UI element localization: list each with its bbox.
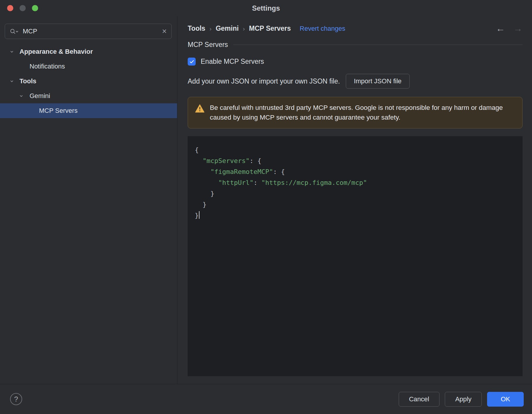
settings-search-box[interactable]: × (5, 24, 172, 39)
back-arrow-icon[interactable]: ← (496, 24, 505, 33)
text-cursor (199, 211, 200, 219)
warning-banner: Be careful with untrusted 3rd party MCP … (188, 97, 523, 128)
forward-arrow-icon[interactable]: → (513, 24, 523, 33)
maximize-window-button[interactable] (32, 5, 38, 11)
revert-changes-link[interactable]: Revert changes (300, 25, 345, 32)
enable-mcp-label[interactable]: Enable MCP Servers (201, 58, 264, 66)
section-divider (233, 45, 523, 45)
apply-button[interactable]: Apply (445, 392, 482, 407)
question-mark-icon: ? (14, 395, 18, 403)
minimize-window-button[interactable] (20, 5, 26, 11)
chevron-down-icon[interactable] (19, 94, 24, 98)
sidebar-item-label: Tools (20, 77, 36, 85)
warning-text: Be careful with untrusted 3rd party MCP … (210, 103, 515, 122)
breadcrumb-item-mcp-servers: MCP Servers (249, 25, 291, 32)
import-json-button[interactable]: Import JSON file (346, 74, 409, 89)
title-bar: Settings (0, 0, 532, 16)
close-window-button[interactable] (7, 5, 13, 11)
sidebar-item-gemini[interactable]: Gemini (0, 89, 177, 103)
warning-icon (195, 104, 205, 113)
import-hint-text: Add your own JSON or import your own JSO… (188, 77, 340, 85)
help-button[interactable]: ? (10, 393, 22, 405)
settings-sidebar: × Appearance & Behavior Notifications To… (0, 16, 177, 384)
json-editor-code: { "mcpServers": { "figmaRemoteMCP": { "h… (195, 144, 523, 221)
breadcrumb-separator: › (210, 25, 212, 32)
ok-button[interactable]: OK (487, 392, 524, 407)
search-icon (10, 28, 19, 35)
checkmark-icon (189, 59, 194, 64)
breadcrumb-item-tools[interactable]: Tools (188, 25, 205, 32)
window-title: Settings (252, 4, 280, 12)
sidebar-item-label: Gemini (30, 92, 50, 100)
search-input[interactable] (22, 27, 158, 35)
settings-tree: Appearance & Behavior Notifications Tool… (0, 44, 177, 118)
clear-search-icon[interactable]: × (162, 27, 167, 35)
breadcrumb-separator: › (243, 25, 245, 32)
enable-mcp-row: Enable MCP Servers (188, 58, 523, 66)
dialog-footer: ? Cancel Apply OK (0, 384, 532, 414)
sidebar-item-label: MCP Servers (39, 107, 77, 115)
json-editor[interactable]: { "mcpServers": { "figmaRemoteMCP": { "h… (188, 136, 523, 376)
settings-content: Tools › Gemini › MCP Servers Revert chan… (178, 16, 532, 384)
import-row: Add your own JSON or import your own JSO… (188, 74, 523, 89)
sidebar-item-appearance-behavior[interactable]: Appearance & Behavior (0, 44, 177, 59)
breadcrumb-item-gemini[interactable]: Gemini (216, 25, 239, 32)
sidebar-item-notifications[interactable]: Notifications (0, 59, 177, 74)
sidebar-item-tools[interactable]: Tools (0, 74, 177, 89)
sidebar-item-label: Appearance & Behavior (20, 48, 93, 56)
history-navigation: ← → (496, 24, 523, 33)
enable-mcp-checkbox[interactable] (188, 58, 196, 66)
window-controls (7, 5, 38, 11)
chevron-down-icon[interactable] (9, 79, 14, 84)
section-header: MCP Servers (188, 41, 523, 49)
page-title: MCP Servers (188, 41, 228, 49)
cancel-button[interactable]: Cancel (399, 392, 439, 407)
sidebar-item-label: Notifications (30, 63, 65, 70)
chevron-down-icon[interactable] (9, 49, 14, 54)
sidebar-item-mcp-servers[interactable]: MCP Servers (0, 103, 177, 118)
footer-buttons: Cancel Apply OK (399, 392, 524, 407)
breadcrumb: Tools › Gemini › MCP Servers Revert chan… (188, 24, 523, 33)
